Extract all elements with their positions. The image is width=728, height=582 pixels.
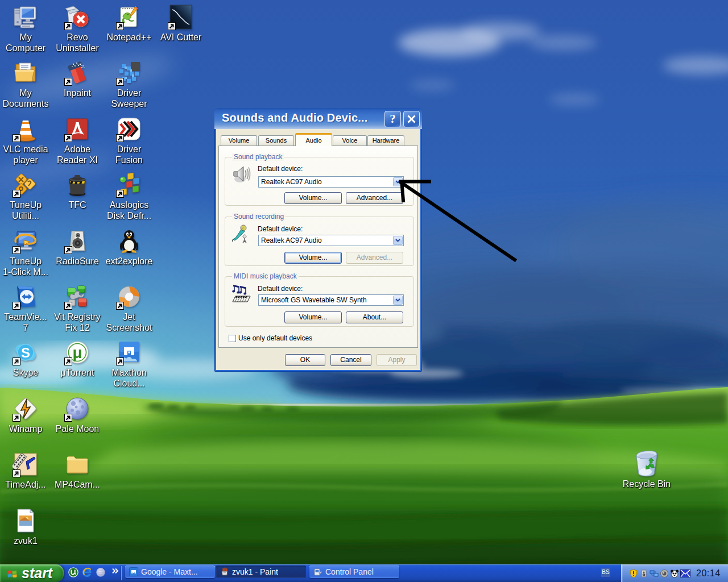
svg-text:μ: μ xyxy=(72,344,82,361)
svg-text:S: S xyxy=(21,345,30,360)
